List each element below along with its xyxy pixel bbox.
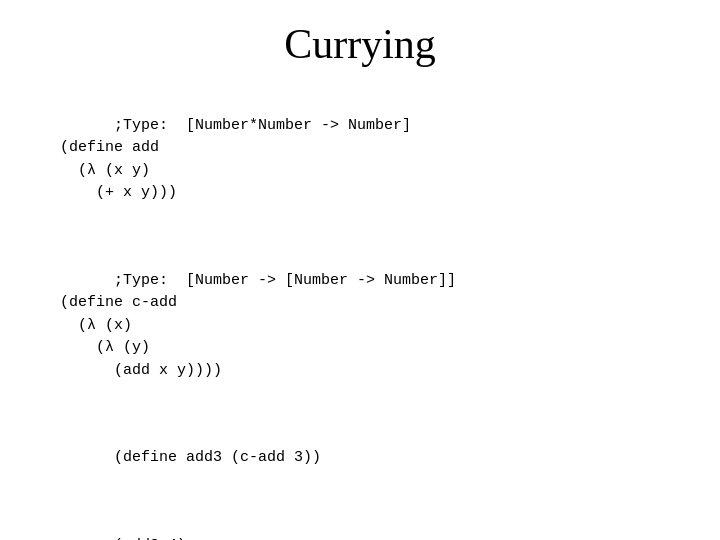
page-container: Currying ;Type: [Number*Number -> Number… [0,0,720,540]
code-section-3: (define add3 (c-add 3)) [60,425,321,493]
code-section-1: ;Type: [Number*Number -> Number] (define… [60,92,411,227]
code-line: (add3 4) 7 [60,537,186,541]
code-line: ;Type: [Number*Number -> Number] (define… [60,117,411,202]
code-block-4: (add3 4) 7 [60,512,186,540]
code-block-2: ;Type: [Number -> [Number -> Number]] (d… [60,247,456,405]
code-section-4: (add3 4) 7 [60,512,186,540]
code-line: ;Type: [Number -> [Number -> Number]] (d… [60,272,456,379]
code-section-2: ;Type: [Number -> [Number -> Number]] (d… [60,247,456,405]
page-title: Currying [60,20,660,68]
code-line: (define add3 (c-add 3)) [114,449,321,466]
code-block-3: (define add3 (c-add 3)) [60,425,321,493]
code-block-1: ;Type: [Number*Number -> Number] (define… [60,92,411,227]
